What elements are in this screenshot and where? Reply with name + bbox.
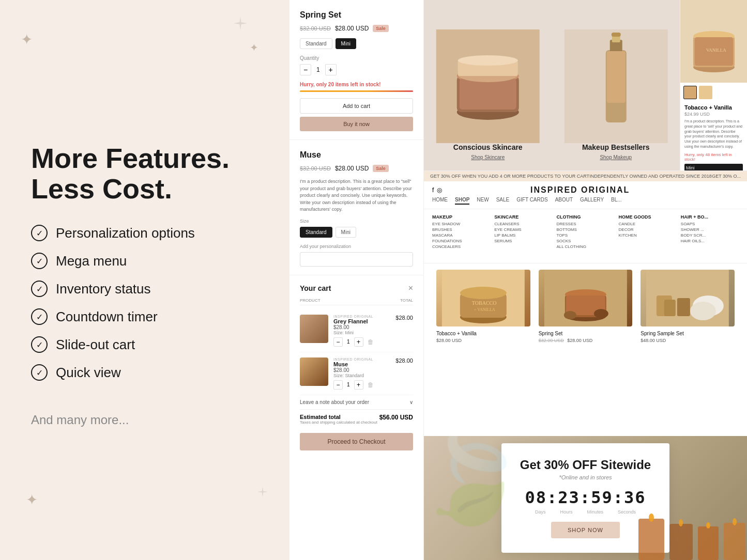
mega-item[interactable]: CONCEALERS [432,244,490,249]
mega-col-title: HOME GOODS [619,214,677,220]
svg-point-44 [649,514,654,522]
check-icon: ✓ [31,364,48,381]
sale-banner: 🍃 Get 30% OFF Sitewide *Online and in st… [424,436,747,560]
hurry-text: Hurry, only 20 items left in stock! [300,82,413,87]
check-icon: ✓ [31,253,48,269]
mega-item[interactable]: MASCARA [432,233,490,238]
nav-new[interactable]: NEW [477,197,489,205]
mega-item[interactable]: HAIR OILS... [681,239,739,243]
shop-skincare-button[interactable]: Shop Skincare [471,154,505,160]
cart-title: Your cart [300,284,331,292]
mega-item[interactable]: SOAPS [681,222,739,226]
product-preview-panel: VANILLA Tobacco + Vanilla $24.99 USD I'm… [680,0,747,170]
mega-item[interactable]: BRUSHES [432,227,490,232]
mega-item[interactable]: LIP BALMS [494,233,552,238]
cart-panel: Your cart × PRODUCT TOTAL INSPIRED ORIGI… [289,275,423,561]
store-header: f ◎ INSPIRED ORIGINAL [424,181,747,197]
add-to-cart-button[interactable]: Add to cart [300,98,413,114]
mega-item[interactable]: ALL CLOTHING [556,244,614,249]
mega-item[interactable]: TOPS [556,233,614,238]
nav-gift-cards[interactable]: GIFT CARDS [516,197,547,205]
right-panel: Spring Set $32.00 USD $28.00 USD Sale St… [289,0,747,560]
cart-close-button[interactable]: × [408,284,413,293]
cart-tax-note: Taxes and shipping calculated at checkou… [300,420,377,425]
thumbnail[interactable] [699,86,712,99]
nav-sale[interactable]: SALE [496,197,510,205]
nav-shop[interactable]: SHOP [455,197,469,205]
nav-blog[interactable]: BL... [611,197,622,205]
muse-variant-mini-button[interactable]: Mini [336,227,356,238]
quantity-increase-button[interactable]: + [325,64,337,75]
quantity-decrease-button[interactable]: − [300,64,311,75]
nav-about[interactable]: ABOUT [555,197,573,205]
bottom-right-section: TOBACCO + VANILLA Tobacco + Vanilla $28.… [424,263,747,560]
nav-gallery[interactable]: GALLERY [580,197,604,205]
mega-item[interactable]: CLEANSERS [494,222,552,226]
svg-text:VANILLA: VANILLA [706,48,726,53]
mega-item[interactable]: DRESSES [556,222,614,226]
product-name: Spring Set [539,331,633,336]
preview-product-title: Tobacco + Vanilla [680,102,747,112]
variant-mini-button[interactable]: Mini [336,38,356,49]
mega-item[interactable]: DECOR [619,227,677,232]
mega-col-clothing: CLOTHING DRESSES BOTTOMS TOPS SOCKS ALL … [556,214,614,250]
cart-delete-button[interactable]: 🗑 [368,338,374,346]
mega-item[interactable]: FOUNDATIONS [432,239,490,243]
product-grid: TOBACCO + VANILLA Tobacco + Vanilla $28.… [424,263,747,436]
mega-item[interactable]: SERUMS [494,239,552,243]
shop-now-button[interactable]: SHOP NOW [551,522,620,538]
variant-selector: Standard Mini [300,38,413,49]
svg-point-32 [594,309,608,318]
mega-item[interactable]: EYE CREAMS [494,227,552,232]
product-grid-image [641,270,735,326]
muse-description: I'm a product description. This is a gre… [300,178,413,213]
candles-background [633,508,747,560]
cart-item-size: Size: Mini [333,330,390,335]
middle-column: Spring Set $32.00 USD $28.00 USD Sale St… [289,0,424,560]
preview-product-image: VANILLA [680,0,747,83]
checkout-button[interactable]: Proceed to Checkout [300,433,413,450]
cart-item-total: $28.00 [395,357,413,390]
buy-now-button[interactable]: Buy it now [300,117,413,131]
mega-item[interactable]: BODY SCR... [681,233,739,238]
cart-header: Your cart × [300,284,413,293]
stock-bar [300,90,413,92]
cart-qty-decrease-button[interactable]: − [333,380,343,390]
cart-qty-increase-button[interactable]: + [354,337,363,347]
mega-item[interactable]: KITCHEN [619,233,677,238]
store-nav-section: GET 30% OFF WHEN YOU ADD 4 OR MORE PRODU… [424,170,747,263]
nav-home[interactable]: HOME [432,197,448,205]
svg-rect-4 [460,79,516,110]
mega-item[interactable]: CANDLE [619,222,677,226]
personalize-input[interactable] [300,252,413,267]
mega-item[interactable]: SOCKS [556,239,614,243]
store-navigation: HOME SHOP NEW SALE GIFT CARDS ABOUT GALL… [424,197,747,209]
shop-makeup-button[interactable]: Shop Makeup [600,154,632,160]
cart-item-name: Muse [333,361,390,367]
cart-item-size: Size: Standard [333,373,390,378]
instagram-icon[interactable]: ◎ [437,186,442,194]
check-icon: ✓ [31,281,48,297]
cart-total-amount: $56.00 USD [379,414,413,425]
variant-standard-button[interactable]: Standard [300,38,332,49]
product-price: $48.00 USD [641,338,735,343]
preview-variant-btn[interactable]: Mini [684,164,743,170]
svg-rect-12 [606,51,625,103]
thumbnail[interactable] [683,86,697,99]
svg-point-46 [706,522,710,528]
preview-product-description: I'm a product description. This is a gre… [680,117,747,151]
list-item: ✓ Mega menu [31,253,264,269]
cart-note-toggle-icon[interactable]: ∨ [409,399,413,405]
list-item: ✓ Slide-out cart [31,336,264,353]
facebook-icon[interactable]: f [432,186,434,194]
svg-point-23 [460,287,507,299]
cart-delete-button[interactable]: 🗑 [368,381,374,388]
cart-qty-increase-button[interactable]: + [354,380,363,390]
mega-item[interactable]: EYE SHADOW [432,222,490,226]
cart-qty-decrease-button[interactable]: − [333,337,343,347]
muse-variant-standard-button[interactable]: Standard [300,227,332,238]
mega-col-makeup: MAKEUP EYE SHADOW BRUSHES MASCARA FOUNDA… [432,214,490,250]
mega-item[interactable]: SHOWER ... [681,227,739,232]
list-item: ✓ Inventory status [31,281,264,297]
mega-item[interactable]: BOTTOMS [556,227,614,232]
